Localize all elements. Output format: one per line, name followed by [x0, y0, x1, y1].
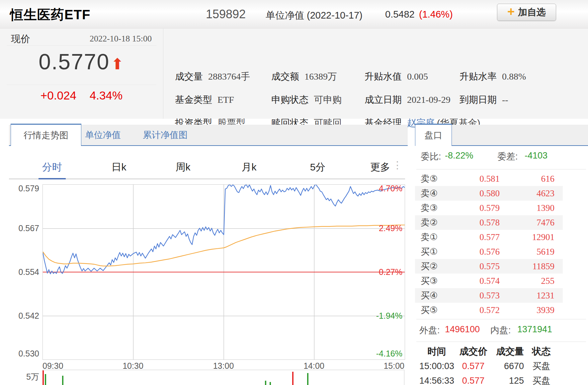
divider	[7, 46, 156, 46]
trade-volume: 125	[492, 376, 524, 385]
chart-tab-strip: 行情走势图 单位净值 累计净值图	[9, 125, 408, 146]
order-price: 0.575	[451, 261, 500, 272]
weibi-label: 委比:	[421, 151, 441, 162]
info-pair: 申购状态可申购	[271, 94, 342, 106]
order-level-label: 买⑤	[421, 304, 451, 316]
order-volume: 3939	[500, 305, 554, 315]
info-pair: 到期日期--	[460, 94, 508, 106]
neipan-value: 1371941	[517, 324, 552, 335]
order-book-rows: 卖⑤ 0.581 616 卖④ 0.580 4623 卖③ 0.579 1390	[415, 171, 563, 317]
order-book-row: 卖① 0.577 12901	[415, 230, 563, 244]
order-price: 0.578	[451, 218, 500, 228]
more-dots-icon[interactable]: ⋮	[392, 159, 402, 171]
subtab-weekly-k[interactable]: 周k	[176, 160, 191, 174]
subtab-5min[interactable]: 5分	[310, 160, 326, 174]
intraday-chart-svg	[43, 185, 405, 359]
quote-datetime: 2022-10-18 15:00	[90, 34, 152, 44]
weibi-value: -8.22%	[445, 151, 473, 161]
trade-price: 0.577	[454, 376, 492, 385]
tab-quote-trend-chart[interactable]: 行情走势图	[11, 124, 81, 146]
order-book-row: 卖⑤ 0.581 616	[415, 171, 563, 186]
current-price-box: 现价 2022-10-18 15:00 0.5770⬆ +0.0244.34%	[0, 29, 163, 119]
order-price: 0.580	[451, 188, 500, 199]
volume-bar	[45, 374, 46, 385]
order-price: 0.572	[451, 305, 500, 315]
nav-change: (1.46%)	[419, 9, 453, 20]
order-price: 0.579	[451, 203, 500, 213]
info-row-1: 成交量2883764手 成交额16389万 升贴水值0.005 升贴水率0.88…	[170, 70, 588, 84]
trade-row: 14:56:33 0.577 125 买盘	[415, 373, 563, 385]
quote-band: 现价 2022-10-18 15:00 0.5770⬆ +0.0244.34% …	[0, 29, 588, 119]
volume-bar	[292, 372, 294, 385]
x-axis-time-label: 15:00	[383, 361, 404, 371]
trade-status: 买盘	[524, 360, 559, 372]
fund-title: 恒生医药ETF	[10, 6, 91, 24]
tab-order-book[interactable]: 盘口	[415, 124, 452, 146]
info-row-2: 基金类型ETF 申购状态可申购 成立日期2021-09-29 到期日期--	[170, 94, 588, 107]
add-watchlist-button[interactable]: + 加自选	[497, 4, 556, 21]
divider	[416, 319, 586, 319]
order-level-label: 卖④	[421, 187, 451, 199]
subtab-monthly-k[interactable]: 月k	[242, 160, 257, 174]
trade-time: 15:00:03	[419, 361, 454, 371]
order-book-row: 买③ 0.574 255	[415, 274, 563, 288]
weicha-label: 委差:	[497, 151, 518, 162]
info-pair: 升贴水率0.88%	[460, 70, 526, 83]
order-book-panel: 委比: -8.22% 委差: -4103 卖⑤ 0.581 616 卖④ 0.5…	[415, 146, 588, 385]
order-volume: 7476	[500, 218, 554, 228]
waipan-value: 1496100	[445, 324, 480, 335]
plus-icon: +	[507, 5, 515, 18]
order-level-label: 卖⑤	[421, 173, 451, 185]
order-book-row: 卖④ 0.580 4623	[415, 186, 563, 201]
y-axis-price-label: 0.579	[11, 184, 39, 193]
subtab-more[interactable]: 更多	[370, 160, 390, 174]
order-price: 0.574	[451, 276, 500, 286]
commission-ratio-row: 委比: -8.22% 委差: -4103	[415, 151, 588, 164]
volume-bar	[62, 376, 63, 385]
nav-date-label: 单位净值 (2022-10-17)	[266, 9, 363, 22]
waipan-label: 外盘:	[419, 324, 440, 336]
subtab-minute[interactable]: 分时	[42, 160, 62, 174]
order-book-row: 买⑤ 0.572 3939	[415, 303, 563, 317]
order-volume: 4623	[500, 188, 554, 199]
subtab-daily-k[interactable]: 日k	[112, 160, 126, 174]
y-axis-price-label: 0.567	[11, 224, 39, 233]
y-axis-price-label: 0.530	[11, 349, 39, 358]
outer-inner-volume-row: 外盘: 1496100 内盘: 1371941	[415, 322, 588, 336]
x-axis-time-label: 09:30	[42, 361, 63, 371]
fund-quote-page: 恒生医药ETF 159892 单位净值 (2022-10-17) 0.5482 …	[0, 0, 588, 385]
order-volume: 1390	[500, 203, 554, 213]
order-level-label: 卖③	[421, 202, 451, 214]
y-axis-price-label: 0.554	[11, 267, 39, 277]
y-axis-percent-label: -4.16%	[366, 349, 402, 358]
volume-bar	[270, 382, 271, 385]
nav-value: 0.5482	[385, 9, 415, 20]
order-volume: 616	[500, 174, 554, 184]
volume-axis-label: 5万	[11, 371, 39, 382]
order-level-label: 买④	[421, 289, 451, 301]
weicha-value: -4103	[525, 151, 547, 161]
tab-cumulative-nav-chart[interactable]: 累计净值图	[143, 125, 188, 145]
info-pair: 基金类型ETF	[175, 94, 234, 106]
intraday-chart	[42, 184, 405, 360]
trade-volume: 6670	[492, 361, 524, 371]
order-book-row: 买① 0.576 5619	[415, 244, 563, 259]
trade-ticker-table: 时间 成交价 成交量 状态 15:00:03 0.577 6670 买盘 14:…	[415, 344, 563, 385]
trade-status: 买盘	[524, 375, 559, 385]
tab-unit-nav[interactable]: 单位净值	[85, 125, 121, 145]
divider	[416, 342, 586, 342]
order-volume: 1231	[500, 290, 554, 301]
y-axis-percent-label: -1.94%	[366, 311, 402, 320]
trade-time: 14:56:33	[419, 376, 454, 385]
y-axis-percent-label: 4.70%	[366, 184, 402, 193]
volume-pane	[42, 370, 404, 385]
panel-tab-strip: 盘口	[415, 125, 588, 146]
order-level-label: 买①	[421, 246, 451, 258]
up-arrow-icon: ⬆	[111, 55, 125, 73]
add-watchlist-label: 加自选	[518, 6, 546, 19]
x-axis-time-label: 14:00	[303, 361, 324, 371]
page-header: 恒生医药ETF 159892 单位净值 (2022-10-17) 0.5482 …	[0, 0, 588, 29]
order-book-row: 买④ 0.573 1231	[415, 288, 563, 303]
volume-bar	[307, 373, 308, 385]
x-axis-time-label: 13:00	[213, 361, 234, 371]
